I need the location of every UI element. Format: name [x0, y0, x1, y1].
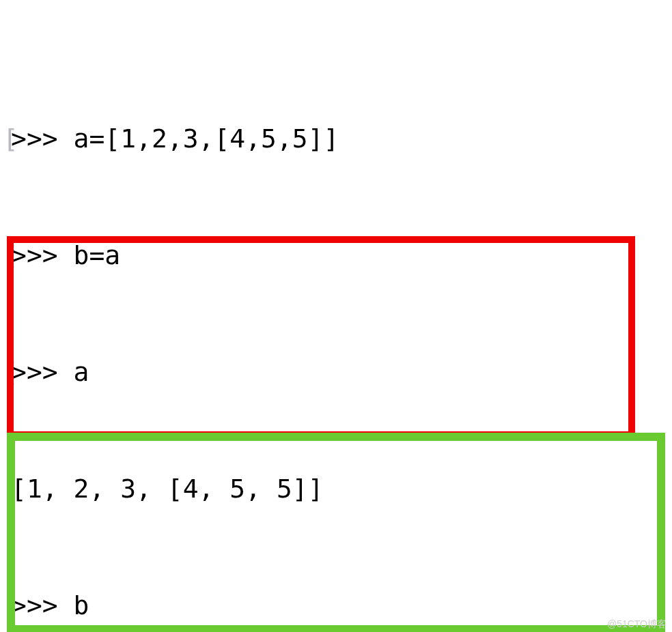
watermark-text: @51CTO博客	[607, 618, 667, 631]
repl-text: [1, 2, 3, [4, 5, 5]]	[11, 470, 324, 508]
fold-bracket	[3, 470, 11, 508]
python-repl-terminal[interactable]: [ >>> a=[1,2,3,[4,5,5]] [ >>> b=a [ >>> …	[0, 0, 672, 632]
fold-bracket: [	[3, 119, 11, 158]
fold-bracket: [	[3, 353, 11, 392]
repl-text: >>> a=[1,2,3,[4,5,5]]	[11, 119, 339, 158]
repl-line: [ >>> b	[3, 586, 672, 625]
fold-bracket: [	[3, 236, 11, 275]
repl-text: >>> b=a	[11, 236, 120, 275]
repl-line: [ >>> b=a	[3, 236, 672, 275]
repl-text: >>> b	[11, 586, 89, 625]
repl-line: [1, 2, 3, [4, 5, 5]]	[3, 470, 672, 508]
fold-bracket: [	[3, 586, 11, 625]
repl-text: >>> a	[11, 353, 89, 392]
repl-line: [ >>> a	[3, 353, 672, 392]
repl-line: [ >>> a=[1,2,3,[4,5,5]]	[3, 119, 672, 158]
